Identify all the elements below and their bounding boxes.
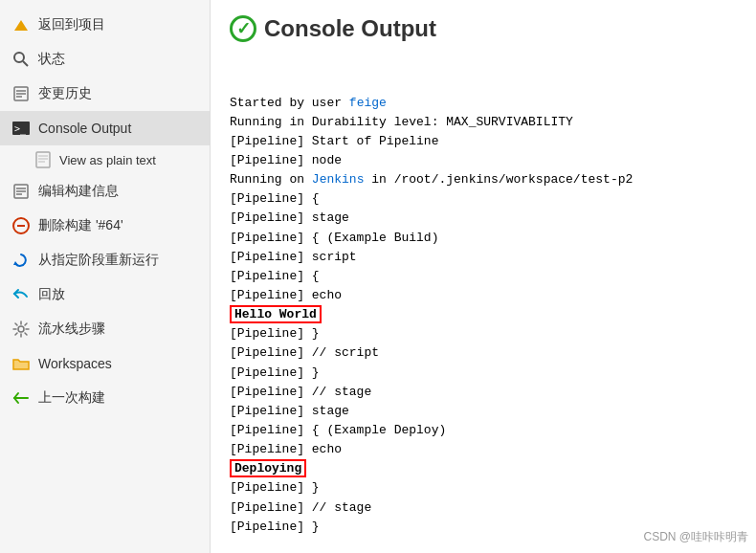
svg-point-19: [18, 326, 24, 332]
reload-icon: [11, 251, 31, 270]
page-title: Console Output: [264, 15, 436, 42]
console-line: [Pipeline] // stage: [230, 498, 737, 518]
svg-point-0: [14, 53, 24, 62]
sidebar-item-edit-build-info[interactable]: 编辑构建信息: [0, 174, 210, 209]
console-line: [Pipeline] // stage: [230, 383, 737, 402]
sidebar-label-back-to-project: 返回到项目: [38, 16, 105, 33]
console-line: Running on Jenkins in /root/.jenkins/wor…: [230, 170, 737, 189]
edit2-icon: [11, 182, 31, 201]
sidebar-label-prev-build: 上一次构建: [38, 389, 105, 407]
sidebar-label-edit-build-info: 编辑构建信息: [38, 183, 119, 200]
console-line: [Pipeline] }: [230, 364, 737, 383]
svg-text:>_: >_: [14, 123, 27, 135]
console-line: [Pipeline] }: [230, 478, 737, 498]
console-line: [Pipeline] stage: [230, 209, 737, 228]
sidebar-label-change-history: 变更历史: [38, 85, 92, 102]
console-line: Running in Durability level: MAX_SURVIVA…: [230, 113, 737, 132]
sidebar-item-view-plain-text[interactable]: View as plain text: [0, 145, 210, 174]
sidebar-item-prev-build[interactable]: 上一次构建: [0, 381, 210, 415]
main-content: ✓ Console Output Started by user feigeRu…: [211, 0, 756, 553]
console-line: Deploying: [230, 459, 737, 478]
console-output[interactable]: Started by user feigeRunning in Durabili…: [230, 54, 737, 538]
sidebar-item-delete-build[interactable]: 删除构建 '#64': [0, 209, 210, 243]
back-icon: [11, 388, 31, 408]
sidebar-label-console-output: Console Output: [38, 121, 131, 136]
undo-icon: [11, 285, 31, 304]
search-icon: [11, 50, 31, 69]
page-header: ✓ Console Output: [230, 15, 737, 42]
sidebar-item-back-to-project[interactable]: 返回到项目: [0, 8, 210, 42]
sidebar-label-workspaces: Workspaces: [38, 356, 112, 371]
svg-line-1: [23, 61, 28, 66]
sidebar-item-status[interactable]: 状态: [0, 42, 210, 77]
console-line: [Pipeline] Start of Pipeline: [230, 132, 737, 151]
console-line: [Pipeline] {: [230, 267, 737, 286]
edit-icon: [11, 84, 31, 103]
terminal-icon: >_: [11, 119, 31, 138]
sidebar-item-console-output[interactable]: >_ Console Output: [0, 111, 210, 145]
sidebar-item-rollback[interactable]: 回放: [0, 277, 210, 312]
console-line: Started by user feige: [230, 94, 737, 113]
watermark: CSDN @哇咔咔明青: [643, 529, 748, 545]
console-line: [Pipeline] node: [230, 151, 737, 170]
console-line: [Pipeline] stage: [230, 402, 737, 421]
console-line: [Pipeline] echo: [230, 440, 737, 459]
svg-marker-18: [13, 261, 18, 265]
svg-rect-8: [36, 152, 50, 167]
delete-icon: [11, 216, 31, 235]
sidebar: 返回到项目 状态 变更历史 >_ Console Output View as …: [0, 0, 211, 553]
sidebar-item-workspaces[interactable]: Workspaces: [0, 346, 210, 381]
console-line: [Pipeline] echo: [230, 286, 737, 305]
sidebar-item-restart-from-stage[interactable]: 从指定阶段重新运行: [0, 243, 210, 277]
sidebar-item-change-history[interactable]: 变更历史: [0, 77, 210, 111]
console-line: [Pipeline] script: [230, 248, 737, 267]
console-line: [Pipeline] }: [230, 324, 737, 343]
sidebar-label-rollback: 回放: [38, 286, 65, 303]
folder-icon: [11, 354, 31, 373]
jenkins-link[interactable]: Jenkins: [312, 172, 365, 187]
sidebar-label-delete-build: 删除构建 '#64': [38, 217, 123, 234]
console-line: [Pipeline] { (Example Build): [230, 229, 737, 248]
sidebar-item-pipeline-steps[interactable]: 流水线步骤: [0, 312, 210, 346]
console-line: Hello World: [230, 305, 737, 324]
sidebar-label-pipeline-steps: 流水线步骤: [38, 321, 105, 338]
doc-icon: [34, 151, 52, 168]
sidebar-label-status: 状态: [38, 51, 65, 68]
console-line: [Pipeline] { (Example Deploy): [230, 421, 737, 440]
gear-icon: [11, 320, 31, 339]
success-icon: ✓: [230, 15, 256, 42]
sidebar-label-view-plain-text: View as plain text: [59, 153, 156, 167]
arrow-up-icon: [11, 15, 31, 34]
user-link[interactable]: feige: [349, 96, 387, 110]
console-line: [Pipeline] // script: [230, 343, 737, 363]
console-line: [Pipeline] {: [230, 189, 737, 209]
sidebar-label-restart-from-stage: 从指定阶段重新运行: [38, 252, 159, 269]
